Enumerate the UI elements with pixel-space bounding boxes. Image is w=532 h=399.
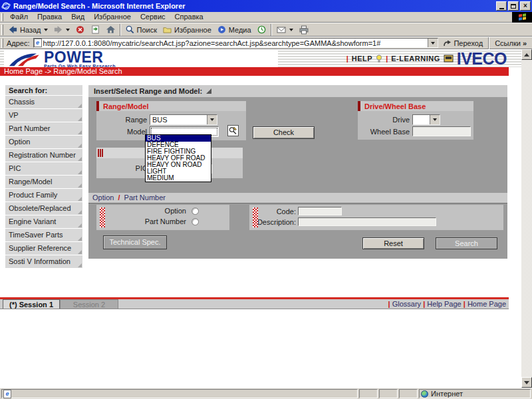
links-button[interactable]: Ссылки » [491, 37, 531, 49]
up-arrow-icon [524, 53, 529, 57]
toolbar-separator [120, 24, 121, 36]
menu-help[interactable]: Справка [170, 12, 208, 22]
model-lookup-button[interactable] [227, 125, 239, 136]
menu-bar: Файл Правка Вид Избранное Сервис Справка [0, 12, 532, 23]
sidebar-item-obsolete-replaced[interactable]: Obsolete/Replaced [5, 202, 82, 215]
main-panel: Insert/Select Range and Model: Range/Mod… [88, 85, 507, 259]
vertical-scrollbar[interactable] [521, 49, 532, 388]
magnifier-pencil-icon [228, 126, 238, 136]
links-chevron: » [523, 39, 527, 47]
search-button[interactable]: Поиск [122, 23, 160, 37]
red-pipe: | [386, 55, 388, 63]
corner-fold-icon [78, 144, 82, 148]
menu-file[interactable]: Файл [5, 12, 33, 22]
range-value: BUS [150, 115, 207, 124]
sidebar-item-sosti-v-information[interactable]: Sosti V Information [5, 255, 82, 268]
sidebar-item-chassis[interactable]: Chassis [5, 96, 82, 108]
windows-logo-icon [512, 12, 532, 23]
sidebar-item-product-family[interactable]: Product Family [5, 189, 82, 201]
stop-button[interactable] [72, 23, 88, 37]
sidebar-item-range-model[interactable]: Range/Model [5, 176, 82, 188]
history-button[interactable] [254, 23, 269, 37]
elearning-icon [444, 55, 454, 63]
sidebar-item-engine-variant[interactable]: Engine Variant [5, 215, 82, 228]
forward-button[interactable] [51, 23, 72, 37]
option-radio[interactable] [192, 207, 199, 215]
zone-label: Интернет [431, 390, 463, 398]
sidebar-item-registration-number[interactable]: Registration Number [5, 149, 82, 162]
sidebar-item-option[interactable]: Option [5, 136, 82, 148]
technical-spec-button[interactable]: Technical Spec. [103, 235, 167, 249]
browser-window: Range/Model Search - Microsoft Internet … [0, 0, 532, 399]
code-input[interactable] [298, 207, 342, 215]
help-page-link[interactable]: Help Page [427, 300, 461, 308]
drive-dropdown-button[interactable] [430, 115, 440, 124]
scroll-down-button[interactable] [521, 377, 532, 388]
minimize-button[interactable] [496, 1, 507, 11]
status-bar: e Интернет [0, 388, 532, 399]
corner-fold-icon [78, 117, 82, 121]
media-button[interactable]: Медиа [214, 23, 254, 37]
session-links: | Glossary | Help Page | Home Page [118, 299, 509, 309]
tab-session-1[interactable]: (*) Session 1 [3, 299, 60, 309]
forward-dropdown-caret [66, 29, 70, 31]
drive-select[interactable] [412, 114, 440, 125]
stop-icon [75, 25, 85, 35]
address-input[interactable]: e http://127.0.0.1:8080/mycatric/searchA… [33, 38, 439, 48]
search-icon [125, 25, 135, 35]
go-button[interactable]: Переход [438, 37, 487, 49]
mail-button[interactable] [273, 23, 296, 37]
mail-envelope-icon [276, 25, 287, 35]
option-part-title-right: Part Number [124, 194, 166, 201]
dropdown-option-medium[interactable]: MEDIUM [146, 175, 211, 182]
refresh-button[interactable] [88, 23, 103, 37]
menu-edit[interactable]: Правка [33, 12, 66, 22]
sidebar-item-timesaver-parts[interactable]: TimeSaver Parts [5, 229, 82, 241]
close-button[interactable]: × [520, 1, 531, 11]
media-icon [217, 25, 227, 35]
check-button[interactable]: Check [253, 126, 315, 139]
print-button[interactable] [296, 23, 312, 37]
range-select[interactable]: BUS [150, 114, 217, 125]
address-label: Адрес: [7, 39, 30, 47]
option-part-title-sep: / [116, 194, 122, 201]
elearning-link[interactable]: E-LEARNING [391, 55, 440, 63]
sidebar-item-vp[interactable]: VP [5, 109, 82, 122]
tab-session-2[interactable]: Session 2 [60, 299, 118, 309]
wheel-base-input[interactable] [412, 126, 471, 136]
search-label: Поиск [137, 26, 157, 34]
scroll-up-button[interactable] [521, 49, 532, 60]
maximize-button[interactable] [508, 1, 519, 11]
address-grab-handle[interactable] [1, 39, 3, 48]
part-number-radio[interactable] [192, 218, 199, 225]
favorites-button[interactable]: Избранное [160, 23, 214, 37]
globe-icon [421, 390, 428, 398]
help-link[interactable]: HELP [352, 55, 372, 63]
back-button[interactable]: Назад [5, 23, 51, 37]
sidebar-item-pic[interactable]: PIC [5, 162, 82, 175]
search-submit-button[interactable]: Search [436, 237, 497, 249]
home-button[interactable] [103, 23, 118, 37]
glossary-link[interactable]: Glossary [392, 300, 421, 308]
range-model-title: Range/Model [99, 102, 148, 110]
range-dropdown-button[interactable] [207, 115, 217, 124]
sidebar-item-part-number[interactable]: Part Number [5, 122, 82, 135]
sidebar-item-supplier-reference[interactable]: Supplier Reference [5, 242, 82, 255]
reset-button[interactable]: Reset [362, 237, 424, 249]
menu-view[interactable]: Вид [66, 12, 89, 22]
print-icon [299, 25, 309, 35]
drive-wheel-body: Drive Wheel Base [358, 111, 473, 140]
back-arrow-icon [8, 25, 18, 35]
address-dropdown-button[interactable] [428, 39, 438, 47]
home-page-link[interactable]: Home Page [467, 300, 506, 308]
menu-favorites[interactable]: Избранное [89, 12, 136, 22]
collapse-triangle-icon[interactable] [206, 88, 211, 94]
corner-fold-icon [78, 130, 82, 134]
description-input[interactable] [298, 217, 436, 226]
part-number-radio-label: Part Number [96, 217, 186, 225]
toolbar-grab-handle[interactable] [1, 25, 3, 35]
menu-grab-handle[interactable] [1, 13, 3, 21]
menu-tools[interactable]: Сервис [136, 12, 170, 22]
power-logo: POWER Parts On Web Easy Research [4, 50, 278, 67]
breadcrumb: Home Page -> Range/Model Search [0, 67, 509, 76]
